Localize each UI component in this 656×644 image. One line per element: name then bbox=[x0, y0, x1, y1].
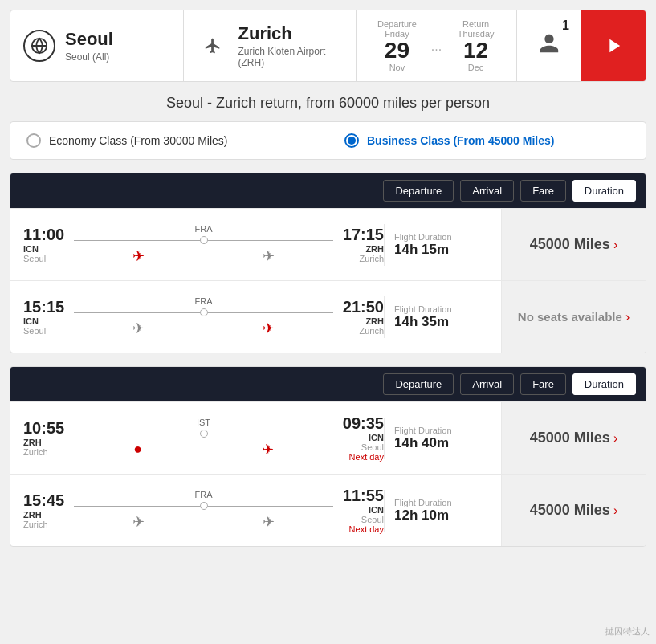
outbound-flight-1-duration: Flight Duration 14h 15m bbox=[384, 224, 488, 266]
outbound-sort-departure[interactable]: Departure bbox=[383, 180, 454, 202]
outbound-section: Departure Arrival Fare Duration 11:00 IC… bbox=[10, 173, 646, 353]
origin-icon bbox=[23, 30, 55, 62]
return-flight-1: 10:55 ZRH Zurich IST ● ✈ bbox=[10, 401, 646, 474]
origin-city: Seoul bbox=[65, 29, 113, 50]
return-flight-2-route: FRA ✈ ✈ bbox=[64, 490, 343, 531]
dates-section[interactable]: Departure Friday 29 Nov ··· Return Thurs… bbox=[357, 10, 517, 81]
outbound-flight-2-info: 15:15 ICN Seoul FRA ✈ ✈ bbox=[10, 281, 501, 353]
economy-label: Economy Class (From 30000 Miles) bbox=[49, 134, 228, 147]
origin-sub: Seoul (All) bbox=[65, 51, 113, 63]
return-flight-2-arrive: 11:55 ICN Seoul Next day bbox=[343, 487, 384, 534]
outbound-sort-arrival[interactable]: Arrival bbox=[460, 180, 514, 202]
outbound-flight-2-times: 15:15 ICN Seoul FRA ✈ ✈ bbox=[23, 296, 384, 337]
return-flight-1-times: 10:55 ZRH Zurich IST ● ✈ bbox=[23, 414, 384, 462]
economy-radio[interactable] bbox=[26, 133, 41, 148]
destination-section: Zurich Zurich Kloten Airport (ZRH) bbox=[184, 10, 357, 81]
return-flight-2-depart: 15:45 ZRH Zurich bbox=[23, 491, 64, 529]
outbound-sort-fare[interactable]: Fare bbox=[520, 180, 566, 202]
outbound-flight-1-depart: 11:00 ICN Seoul bbox=[23, 226, 64, 263]
return-header: Departure Arrival Fare Duration bbox=[10, 367, 646, 401]
outbound-header: Departure Arrival Fare Duration bbox=[10, 173, 646, 208]
date-separator: ··· bbox=[425, 43, 448, 57]
return-sort-fare[interactable]: Fare bbox=[520, 373, 566, 395]
search-header: Seoul Seoul (All) Zurich Zurich Kloten A… bbox=[10, 10, 646, 82]
return-sort-arrival[interactable]: Arrival bbox=[460, 373, 514, 395]
return-sort-duration[interactable]: Duration bbox=[572, 373, 636, 395]
outbound-flight-2-duration: Flight Duration 14h 35m bbox=[384, 296, 488, 338]
destination-sub: Zurich Kloten Airport (ZRH) bbox=[238, 46, 344, 68]
outbound-flight-2-route: FRA ✈ ✈ bbox=[64, 296, 343, 337]
outbound-flight-1-route: FRA ✈ ✈ bbox=[64, 224, 343, 265]
return-flight-2-duration: Flight Duration 12h 10m bbox=[384, 490, 488, 532]
return-flight-2: 15:45 ZRH Zurich FRA ✈ ✈ bbox=[10, 474, 646, 546]
passenger-icon bbox=[538, 29, 560, 63]
outbound-sort-duration[interactable]: Duration bbox=[572, 180, 636, 202]
return-flight-2-info: 15:45 ZRH Zurich FRA ✈ ✈ bbox=[10, 475, 501, 546]
return-flight-1-price[interactable]: 45000 Miles › bbox=[501, 402, 646, 474]
search-button[interactable] bbox=[581, 10, 646, 81]
return-flight-1-arrive: 09:35 ICN Seoul Next day bbox=[343, 414, 384, 462]
passengers-section[interactable]: 1 bbox=[517, 10, 581, 81]
return-flight-2-price[interactable]: 45000 Miles › bbox=[501, 475, 646, 546]
return-flight-1-info: 10:55 ZRH Zurich IST ● ✈ bbox=[10, 402, 501, 474]
outbound-flight-2-arrive: 21:50 ZRH Zurich bbox=[343, 298, 384, 336]
business-label: Business Class (From 45000 Miles) bbox=[367, 134, 554, 147]
airline1-icon: ✈ bbox=[132, 247, 145, 265]
return-date: Return Thursday 12 Dec bbox=[448, 19, 503, 73]
business-option[interactable]: Business Class (From 45000 Miles) bbox=[328, 122, 646, 159]
origin-section: Seoul Seoul (All) bbox=[10, 10, 184, 81]
outbound-flight-1-times: 11:00 ICN Seoul FRA ✈ ✈ bbox=[23, 224, 384, 265]
outbound-flight-2-price[interactable]: No seats available › bbox=[501, 281, 646, 353]
airline1-icon: ✈ bbox=[132, 513, 145, 531]
return-flight-1-route: IST ● ✈ bbox=[64, 418, 343, 459]
main-content: Seoul - Zurich return, from 60000 miles … bbox=[0, 95, 656, 547]
outbound-flight-1: 11:00 ICN Seoul FRA ✈ ✈ bbox=[10, 208, 646, 280]
return-flight-1-depart: 10:55 ZRH Zurich bbox=[23, 419, 64, 457]
airline2-icon: ✈ bbox=[263, 247, 275, 265]
economy-option[interactable]: Economy Class (From 30000 Miles) bbox=[10, 122, 328, 159]
summary-title: Seoul - Zurich return, from 60000 miles … bbox=[10, 95, 646, 112]
return-section: Departure Arrival Fare Duration 10:55 ZR… bbox=[10, 366, 646, 547]
airline2-icon: ✈ bbox=[263, 320, 275, 337]
next-day-badge: Next day bbox=[343, 452, 384, 462]
destination-icon bbox=[197, 30, 229, 62]
class-selector: Economy Class (From 30000 Miles) Busines… bbox=[10, 121, 646, 160]
destination-city: Zurich bbox=[238, 23, 344, 44]
outbound-flight-2: 15:15 ICN Seoul FRA ✈ ✈ bbox=[10, 280, 646, 353]
outbound-flight-1-info: 11:00 ICN Seoul FRA ✈ ✈ bbox=[10, 209, 501, 280]
return-sort-departure[interactable]: Departure bbox=[383, 373, 454, 395]
departure-date: Departure Friday 29 Nov bbox=[369, 19, 425, 73]
airline1-icon: ● bbox=[133, 441, 142, 459]
airline2-icon: ✈ bbox=[262, 441, 274, 459]
return-flight-1-duration: Flight Duration 14h 40m bbox=[384, 418, 488, 459]
outbound-flight-2-depart: 15:15 ICN Seoul bbox=[23, 298, 64, 336]
return-flight-2-times: 15:45 ZRH Zurich FRA ✈ ✈ bbox=[23, 487, 384, 534]
next-day-badge-2: Next day bbox=[343, 524, 384, 534]
airline1-icon: ✈ bbox=[132, 320, 145, 337]
outbound-flight-1-price[interactable]: 45000 Miles › bbox=[501, 209, 646, 280]
airline2-icon: ✈ bbox=[263, 513, 275, 531]
outbound-flight-1-arrive: 17:15 ZRH Zurich bbox=[343, 226, 384, 263]
business-radio[interactable] bbox=[344, 133, 359, 148]
watermark: 抛因特达人 bbox=[605, 626, 650, 638]
passenger-count: 1 bbox=[562, 18, 569, 33]
